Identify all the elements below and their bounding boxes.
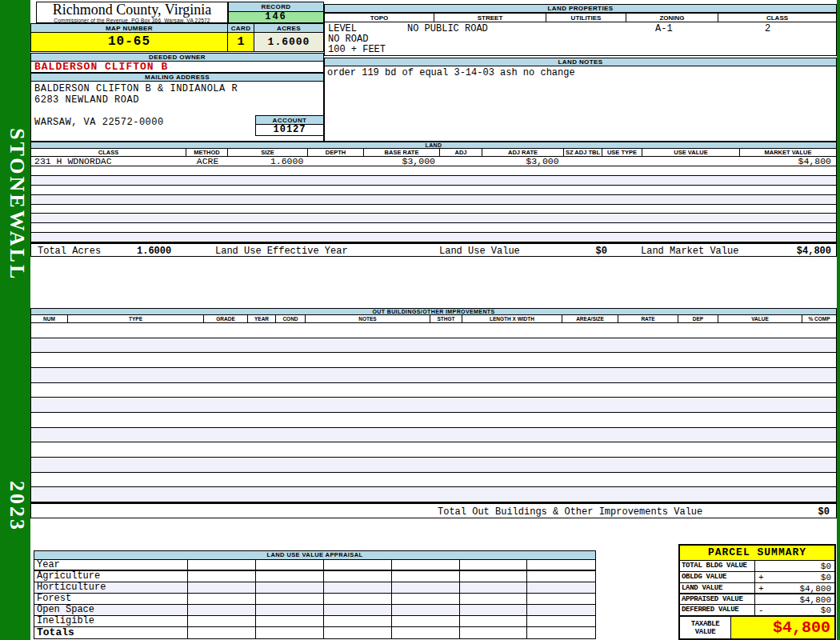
mailing-address-label: MAILING ADDRESS: [30, 73, 324, 82]
effective-year-label: Land Use Effective Year: [215, 246, 348, 257]
appraisal-row-year: Year: [34, 560, 595, 571]
tax-year-label: 2023: [2, 454, 29, 558]
col-method: METHOD: [186, 149, 228, 157]
operator: +: [758, 584, 764, 594]
address-line: BALDERSON CLIFTON B & INDIANOLA R: [34, 83, 323, 94]
operator: +: [758, 573, 764, 582]
use-value: $0: [559, 246, 607, 257]
col-sthgt: STHGT: [430, 315, 462, 323]
acres-label: ACRES: [254, 23, 324, 33]
col-street: STREET: [434, 13, 546, 22]
empty-row: [31, 166, 836, 176]
col-notes: NOTES: [306, 315, 430, 323]
out-buildings-section: OUT BUILDINGS/OTHER IMPROVEMENTS NUM TYP…: [30, 308, 837, 518]
ob-total-value: $0: [818, 506, 830, 518]
id-row-values: 10-65 1 1.6000: [30, 33, 324, 52]
out-buildings-headers: NUM TYPE GRADE YEAR COND NOTES STHGT LEN…: [30, 315, 837, 323]
col-base-rate: BASE RATE: [364, 149, 440, 157]
market-value: $4,800: [797, 246, 831, 257]
ob-total-label: Total Out Buildings & Other Improvements…: [438, 506, 702, 518]
col-value: VALUE: [718, 315, 802, 323]
commissioner-line: Commissioner of the Revenue, PO Box 366,…: [37, 18, 227, 23]
cell-sz-adj-tbl: [564, 157, 602, 166]
cell-depth: [308, 157, 364, 166]
empty-row: [31, 205, 836, 214]
appraisal-row-forest: Forest: [34, 594, 595, 605]
district-label: STONEWALL: [2, 100, 29, 310]
col-class: CLASS: [718, 13, 837, 22]
land-title: LAND: [30, 142, 837, 149]
col-zoning: ZONING: [626, 13, 718, 22]
zoning-value: A-1: [655, 23, 673, 34]
map-number-label: MAP NUMBER: [30, 23, 228, 33]
empty-row: [31, 233, 836, 242]
row-label: Forest: [34, 594, 188, 604]
total-acres-value: 1.6000: [137, 246, 171, 257]
cell-base-rate: $3,000: [364, 157, 440, 166]
empty-row: [31, 176, 836, 186]
street-value: NO PUBLIC ROAD: [407, 23, 488, 34]
empty-row: [31, 323, 836, 338]
out-buildings-title: OUT BUILDINGS/OTHER IMPROVEMENTS: [30, 308, 837, 315]
col-type: TYPE: [68, 315, 204, 323]
row-label: TOTAL BLDG VALUE: [680, 561, 755, 571]
mailing-address-box: BALDERSON CLIFTON B & INDIANOLA R 6283 N…: [30, 82, 324, 142]
appraisal-row-agriculture: Agriculture: [34, 571, 595, 582]
parcel-row-obldg: OBLDG VALUE + $0: [680, 572, 834, 583]
col-grade: GRADE: [204, 315, 248, 323]
row-label: APPRAISED VALUE: [680, 594, 755, 604]
land-table-headers: CLASS METHOD SIZE DEPTH BASE RATE ADJ AD…: [30, 149, 837, 157]
use-value-label: Land Use Value: [439, 246, 520, 257]
amount: $4,800: [799, 595, 831, 605]
row-label: Totals: [34, 627, 188, 638]
col-use-type: USE TYPE: [602, 149, 642, 157]
parcel-row-land-value: LAND VALUE + $4,800: [680, 583, 834, 594]
row-label: Open Space: [34, 605, 188, 615]
col-adj: ADJ: [440, 149, 482, 157]
land-notes-text: order 119 bd of equal 3-14-03 ash no cha…: [324, 66, 837, 142]
col-sz-adj-tbl: SZ ADJ TBL: [564, 149, 602, 157]
parcel-row-appraised: APPRAISED VALUE $4,800: [680, 594, 834, 605]
row-label: LAND VALUE: [680, 583, 755, 594]
empty-row: [31, 398, 836, 413]
empty-row: [31, 458, 836, 473]
col-use-value: USE VALUE: [642, 149, 740, 157]
col-utilities: UTILITIES: [546, 13, 626, 22]
empty-row: [31, 186, 836, 195]
col-rate: RATE: [618, 315, 678, 323]
amount: $0: [821, 562, 831, 571]
empty-row: [31, 487, 836, 502]
cell-size: 1.6000: [229, 157, 309, 166]
taxable-label: TAXABLE VALUE: [680, 617, 731, 638]
col-size: SIZE: [228, 149, 308, 157]
amount: $4,800: [799, 584, 831, 594]
cell-adj: [440, 157, 482, 166]
col-num: NUM: [30, 315, 68, 323]
land-empty-rows: [30, 166, 837, 242]
col-area-size: AREA/SIZE: [562, 315, 618, 323]
land-properties-title: LAND PROPERTIES: [324, 4, 837, 13]
col-adj-rate: ADJ RATE: [482, 149, 564, 157]
appraisal-row-totals: Totals: [34, 627, 595, 638]
parcel-summary-title: PARCEL SUMMARY: [680, 546, 834, 561]
class-value: 2: [765, 23, 770, 34]
land-properties-values: LEVEL NO PUBLIC ROAD A-1 2 NO ROAD 100 +…: [324, 22, 837, 56]
row-label: DEFERRED VALUE: [680, 605, 755, 615]
col-year: YEAR: [248, 315, 276, 323]
county-header: Richmond County, Virginia Commissioner o…: [36, 2, 228, 23]
address-line: 6283 NEWLAND ROAD: [34, 94, 323, 106]
col-pct-comp: % COMP: [802, 315, 837, 323]
row-label: Agriculture: [34, 571, 188, 582]
parcel-row-total-bldg: TOTAL BLDG VALUE $0: [680, 561, 834, 572]
land-properties-headers: TOPO STREET UTILITIES ZONING CLASS: [324, 13, 837, 22]
empty-row: [31, 428, 836, 443]
land-section: LAND CLASS METHOD SIZE DEPTH BASE RATE A…: [30, 142, 837, 257]
amount: $0: [821, 606, 831, 615]
out-buildings-empty-rows: [30, 323, 837, 502]
empty-row: [31, 413, 836, 428]
county-title: Richmond County, Virginia: [37, 2, 227, 18]
parcel-row-taxable: TAXABLE VALUE $4,800: [680, 616, 834, 638]
cell-use-value: [642, 157, 739, 166]
row-label: Horticulture: [34, 582, 188, 593]
row-label: OBLDG VALUE: [680, 572, 755, 582]
